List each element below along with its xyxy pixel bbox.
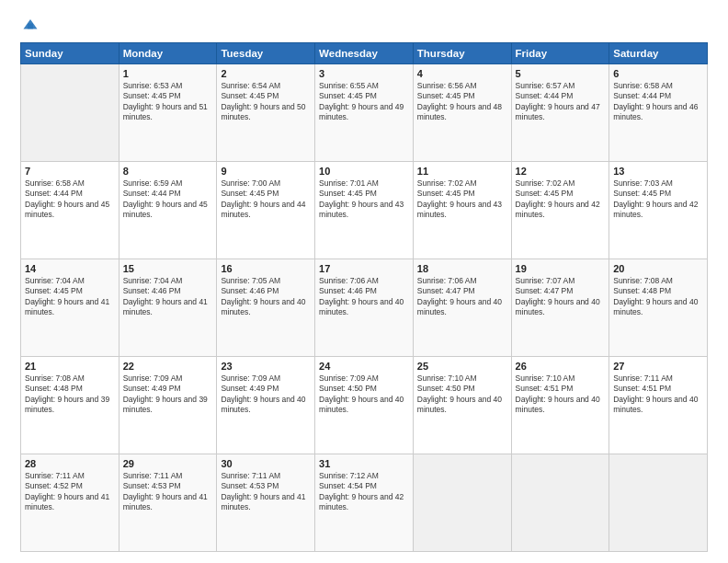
calendar-day-cell <box>413 454 511 552</box>
day-detail: Sunrise: 6:55 AMSunset: 4:45 PMDaylight:… <box>319 81 409 123</box>
day-detail: Sunrise: 7:02 AMSunset: 4:45 PMDaylight:… <box>417 178 507 221</box>
weekday-header: Wednesday <box>315 43 414 64</box>
calendar-week-row: 14Sunrise: 7:04 AMSunset: 4:45 PMDayligh… <box>21 259 708 357</box>
day-detail: Sunrise: 7:06 AMSunset: 4:46 PMDaylight:… <box>319 276 409 318</box>
day-detail: Sunrise: 7:09 AMSunset: 4:49 PMDaylight:… <box>123 373 213 416</box>
calendar-day-cell: 25Sunrise: 7:10 AMSunset: 4:50 PMDayligh… <box>413 357 511 454</box>
calendar-day-cell: 10Sunrise: 7:01 AMSunset: 4:45 PMDayligh… <box>315 162 414 259</box>
calendar-header: SundayMondayTuesdayWednesdayThursdayFrid… <box>21 43 708 64</box>
calendar-day-cell: 3Sunrise: 6:55 AMSunset: 4:45 PMDaylight… <box>315 64 414 162</box>
day-detail: Sunrise: 7:00 AMSunset: 4:45 PMDaylight:… <box>221 178 311 221</box>
calendar-day-cell: 8Sunrise: 6:59 AMSunset: 4:44 PMDaylight… <box>119 162 217 259</box>
day-detail: Sunrise: 7:04 AMSunset: 4:45 PMDaylight:… <box>25 276 115 318</box>
calendar-day-cell: 26Sunrise: 7:10 AMSunset: 4:51 PMDayligh… <box>511 357 609 454</box>
day-detail: Sunrise: 7:09 AMSunset: 4:50 PMDaylight:… <box>319 373 409 416</box>
logo-icon <box>22 17 39 33</box>
day-number: 16 <box>221 263 311 274</box>
day-detail: Sunrise: 7:10 AMSunset: 4:51 PMDaylight:… <box>516 373 606 416</box>
weekday-header: Friday <box>511 43 609 64</box>
day-number: 29 <box>123 458 213 469</box>
day-number: 19 <box>516 263 606 274</box>
weekday-header: Thursday <box>413 43 511 64</box>
calendar-table: SundayMondayTuesdayWednesdayThursdayFrid… <box>20 42 708 552</box>
calendar-day-cell: 6Sunrise: 6:58 AMSunset: 4:44 PMDaylight… <box>609 64 708 162</box>
day-detail: Sunrise: 7:11 AMSunset: 4:53 PMDaylight:… <box>123 471 213 513</box>
weekday-header: Sunday <box>21 43 119 64</box>
day-detail: Sunrise: 7:11 AMSunset: 4:51 PMDaylight:… <box>613 373 703 416</box>
day-number: 23 <box>221 361 311 372</box>
calendar-day-cell: 13Sunrise: 7:03 AMSunset: 4:45 PMDayligh… <box>609 162 708 259</box>
day-detail: Sunrise: 7:03 AMSunset: 4:45 PMDaylight:… <box>613 178 703 221</box>
logo-text <box>20 17 39 33</box>
weekday-header: Monday <box>119 43 217 64</box>
calendar-day-cell <box>21 64 119 162</box>
day-number: 27 <box>613 361 703 372</box>
calendar-day-cell: 11Sunrise: 7:02 AMSunset: 4:45 PMDayligh… <box>413 162 511 259</box>
calendar-day-cell: 9Sunrise: 7:00 AMSunset: 4:45 PMDaylight… <box>217 162 315 259</box>
calendar-day-cell: 2Sunrise: 6:54 AMSunset: 4:45 PMDaylight… <box>217 64 315 162</box>
calendar-day-cell <box>609 454 708 552</box>
day-number: 4 <box>417 68 507 79</box>
calendar-day-cell: 27Sunrise: 7:11 AMSunset: 4:51 PMDayligh… <box>609 357 708 454</box>
day-number: 1 <box>123 68 213 79</box>
calendar-week-row: 1Sunrise: 6:53 AMSunset: 4:45 PMDaylight… <box>21 64 708 162</box>
calendar-day-cell: 21Sunrise: 7:08 AMSunset: 4:48 PMDayligh… <box>21 357 119 454</box>
calendar-day-cell: 31Sunrise: 7:12 AMSunset: 4:54 PMDayligh… <box>315 454 414 552</box>
day-number: 11 <box>417 166 507 177</box>
day-number: 17 <box>319 263 409 274</box>
calendar-day-cell: 24Sunrise: 7:09 AMSunset: 4:50 PMDayligh… <box>315 357 414 454</box>
day-number: 24 <box>319 361 409 372</box>
calendar-day-cell: 18Sunrise: 7:06 AMSunset: 4:47 PMDayligh… <box>413 259 511 357</box>
calendar-day-cell: 14Sunrise: 7:04 AMSunset: 4:45 PMDayligh… <box>21 259 119 357</box>
calendar-day-cell: 19Sunrise: 7:07 AMSunset: 4:47 PMDayligh… <box>511 259 609 357</box>
day-detail: Sunrise: 7:11 AMSunset: 4:53 PMDaylight:… <box>221 471 311 513</box>
calendar-day-cell: 5Sunrise: 6:57 AMSunset: 4:44 PMDaylight… <box>511 64 609 162</box>
day-number: 3 <box>319 68 409 79</box>
weekday-row: SundayMondayTuesdayWednesdayThursdayFrid… <box>21 43 708 64</box>
day-detail: Sunrise: 7:05 AMSunset: 4:46 PMDaylight:… <box>221 276 311 318</box>
day-detail: Sunrise: 7:12 AMSunset: 4:54 PMDaylight:… <box>319 471 409 513</box>
day-number: 15 <box>123 263 213 274</box>
day-detail: Sunrise: 7:10 AMSunset: 4:50 PMDaylight:… <box>417 373 507 416</box>
day-detail: Sunrise: 7:06 AMSunset: 4:47 PMDaylight:… <box>417 276 507 318</box>
day-number: 12 <box>516 166 606 177</box>
day-number: 8 <box>123 166 213 177</box>
day-number: 26 <box>516 361 606 372</box>
day-number: 20 <box>613 263 703 274</box>
day-detail: Sunrise: 7:04 AMSunset: 4:46 PMDaylight:… <box>123 276 213 318</box>
calendar-day-cell: 15Sunrise: 7:04 AMSunset: 4:46 PMDayligh… <box>119 259 217 357</box>
calendar-day-cell <box>511 454 609 552</box>
day-number: 31 <box>319 458 409 469</box>
day-number: 5 <box>516 68 606 79</box>
calendar-day-cell: 30Sunrise: 7:11 AMSunset: 4:53 PMDayligh… <box>217 454 315 552</box>
calendar-day-cell: 1Sunrise: 6:53 AMSunset: 4:45 PMDaylight… <box>119 64 217 162</box>
day-number: 14 <box>25 263 115 274</box>
day-detail: Sunrise: 6:54 AMSunset: 4:45 PMDaylight:… <box>221 81 311 123</box>
weekday-header: Saturday <box>609 43 708 64</box>
day-number: 30 <box>221 458 311 469</box>
day-detail: Sunrise: 7:08 AMSunset: 4:48 PMDaylight:… <box>25 373 115 416</box>
calendar-day-cell: 23Sunrise: 7:09 AMSunset: 4:49 PMDayligh… <box>217 357 315 454</box>
calendar-day-cell: 4Sunrise: 6:56 AMSunset: 4:45 PMDaylight… <box>413 64 511 162</box>
day-detail: Sunrise: 7:02 AMSunset: 4:45 PMDaylight:… <box>516 178 606 221</box>
calendar-week-row: 7Sunrise: 6:58 AMSunset: 4:44 PMDaylight… <box>21 162 708 259</box>
day-number: 9 <box>221 166 311 177</box>
day-number: 7 <box>25 166 115 177</box>
day-number: 25 <box>417 361 507 372</box>
day-detail: Sunrise: 7:07 AMSunset: 4:47 PMDaylight:… <box>516 276 606 318</box>
day-number: 6 <box>613 68 703 79</box>
calendar-day-cell: 28Sunrise: 7:11 AMSunset: 4:52 PMDayligh… <box>21 454 119 552</box>
calendar-day-cell: 12Sunrise: 7:02 AMSunset: 4:45 PMDayligh… <box>511 162 609 259</box>
day-detail: Sunrise: 6:56 AMSunset: 4:45 PMDaylight:… <box>417 81 507 123</box>
day-detail: Sunrise: 6:53 AMSunset: 4:45 PMDaylight:… <box>123 81 213 123</box>
day-number: 21 <box>25 361 115 372</box>
calendar-body: 1Sunrise: 6:53 AMSunset: 4:45 PMDaylight… <box>21 64 708 552</box>
calendar-day-cell: 7Sunrise: 6:58 AMSunset: 4:44 PMDaylight… <box>21 162 119 259</box>
day-detail: Sunrise: 7:01 AMSunset: 4:45 PMDaylight:… <box>319 178 409 221</box>
calendar-week-row: 21Sunrise: 7:08 AMSunset: 4:48 PMDayligh… <box>21 357 708 454</box>
day-number: 28 <box>25 458 115 469</box>
page: SundayMondayTuesdayWednesdayThursdayFrid… <box>0 0 728 563</box>
day-number: 18 <box>417 263 507 274</box>
calendar-week-row: 28Sunrise: 7:11 AMSunset: 4:52 PMDayligh… <box>21 454 708 552</box>
day-detail: Sunrise: 6:58 AMSunset: 4:44 PMDaylight:… <box>25 178 115 221</box>
